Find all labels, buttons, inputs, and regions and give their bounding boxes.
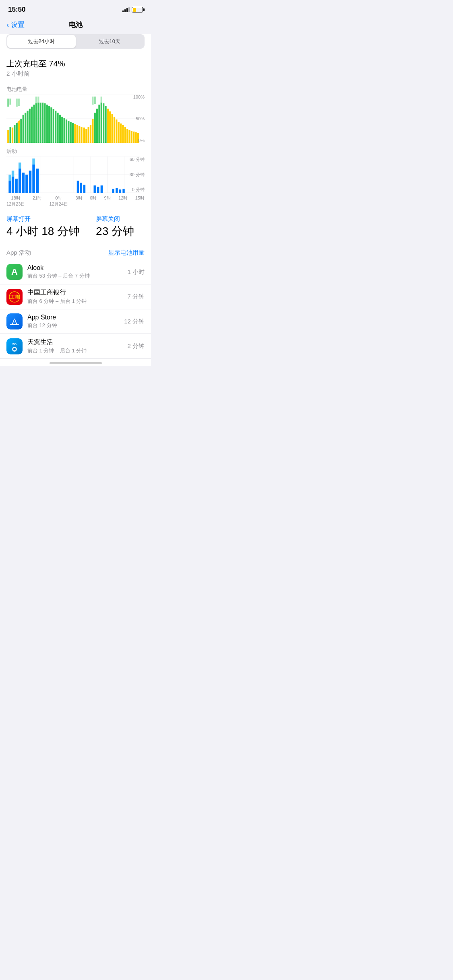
svg-text:5G: 5G xyxy=(12,342,17,346)
svg-rect-96 xyxy=(36,169,39,193)
battery-icon xyxy=(132,7,143,12)
status-icons xyxy=(122,7,143,12)
tianyi-info: 天翼生活 前台 1 分钟 – 后台 1 分钟 xyxy=(27,338,122,354)
svg-rect-88 xyxy=(15,179,17,193)
svg-rect-37 xyxy=(66,119,67,143)
svg-rect-18 xyxy=(29,109,31,143)
app-row-icbc[interactable]: 工商 中国工商银行 前台 6 分钟 – 后台 1 分钟 7 分钟 xyxy=(0,284,151,309)
appstore-icon: A xyxy=(6,313,23,329)
show-usage-button[interactable]: 显示电池用量 xyxy=(108,249,145,257)
tianyi-detail: 前台 1 分钟 – 后台 1 分钟 xyxy=(27,347,122,354)
svg-rect-103 xyxy=(112,189,114,193)
alook-icon: A xyxy=(6,264,23,280)
screen-on-time: 4 小时 18 分钟 xyxy=(6,224,80,239)
tab-24h[interactable]: 过去24小时 xyxy=(7,35,76,48)
svg-rect-39 xyxy=(70,122,72,143)
tianyi-icon: 5G xyxy=(6,338,23,354)
svg-rect-16 xyxy=(25,113,26,143)
appstore-name: App Store xyxy=(27,314,119,321)
battery-chart-section: 电池电量 100% 50% 0% xyxy=(0,82,151,144)
main-content: 过去24小时 过去10天 上次充电至 74% 2 小时前 电池电量 100% 5… xyxy=(0,34,151,366)
nav-title: 电池 xyxy=(69,20,83,29)
tianyi-usage: 2 分钟 xyxy=(127,342,145,350)
screen-off-time: 23 分钟 xyxy=(96,224,134,239)
tab-10d[interactable]: 过去10天 xyxy=(76,35,144,48)
svg-rect-11 xyxy=(16,99,18,107)
svg-rect-6 xyxy=(10,127,11,143)
back-chevron-icon: ‹ xyxy=(6,21,9,29)
svg-rect-30 xyxy=(50,107,52,143)
y-label-0: 0% xyxy=(138,138,145,143)
status-time: 15:50 xyxy=(8,6,25,14)
appstore-usage: 12 分钟 xyxy=(124,318,145,325)
svg-rect-4 xyxy=(7,130,9,143)
back-button[interactable]: ‹ 设置 xyxy=(6,20,25,29)
activity-y-30: 30 分钟 xyxy=(130,172,145,178)
svg-rect-85 xyxy=(8,175,11,181)
svg-rect-95 xyxy=(32,159,35,165)
x-label-18: 18时 12月23日 xyxy=(6,195,25,207)
svg-rect-41 xyxy=(74,124,76,143)
svg-rect-55 xyxy=(101,103,102,143)
svg-rect-58 xyxy=(105,106,106,143)
svg-rect-91 xyxy=(22,173,25,193)
svg-rect-45 xyxy=(83,128,85,143)
y-label-100: 100% xyxy=(133,95,145,99)
svg-rect-89 xyxy=(19,169,21,193)
svg-rect-9 xyxy=(14,125,15,143)
back-label: 设置 xyxy=(11,20,25,29)
svg-rect-47 xyxy=(88,127,89,143)
svg-rect-42 xyxy=(77,125,78,143)
tianyi-name: 天翼生活 xyxy=(27,338,122,346)
svg-rect-23 xyxy=(35,97,37,104)
svg-rect-5 xyxy=(7,99,9,107)
alook-info: Alook 前台 53 分钟 – 后台 7 分钟 xyxy=(27,264,122,280)
screen-off-usage: 屏幕关闭 23 分钟 xyxy=(96,215,134,239)
time-range-segment[interactable]: 过去24小时 过去10天 xyxy=(6,34,145,49)
svg-rect-87 xyxy=(12,171,14,177)
activity-y-60: 60 分钟 xyxy=(130,156,145,163)
x-label-15: 15时 xyxy=(135,195,145,207)
svg-rect-24 xyxy=(37,97,39,103)
battery-chart-container: 100% 50% 0% xyxy=(6,95,145,144)
svg-rect-32 xyxy=(55,111,56,143)
svg-text:⚡: ⚡ xyxy=(16,119,21,125)
svg-point-116 xyxy=(13,348,16,350)
svg-rect-59 xyxy=(107,109,109,143)
app-row-tianyi[interactable]: 5G 天翼生活 前台 1 分钟 – 后台 1 分钟 2 分钟 xyxy=(0,334,151,359)
alook-name: Alook xyxy=(27,264,122,272)
svg-rect-56 xyxy=(101,97,102,103)
status-bar: 15:50 xyxy=(0,0,151,17)
svg-rect-94 xyxy=(32,165,35,193)
svg-rect-64 xyxy=(118,122,120,143)
svg-rect-52 xyxy=(94,97,96,104)
app-row-alook[interactable]: A Alook 前台 53 分钟 – 后台 7 分钟 1 小时 xyxy=(0,260,151,284)
svg-rect-57 xyxy=(103,103,104,143)
app-activity-header: App 活动 显示电池用量 xyxy=(0,244,151,260)
svg-rect-60 xyxy=(109,111,111,143)
x-axis-labels: 18时 12月23日 21时 0时 12月24日 3时 6时 9时 12时 xyxy=(6,194,145,209)
svg-rect-62 xyxy=(114,117,115,143)
svg-rect-22 xyxy=(37,103,39,143)
svg-rect-34 xyxy=(59,115,61,143)
svg-rect-97 xyxy=(77,181,79,193)
svg-rect-31 xyxy=(53,109,54,143)
svg-rect-84 xyxy=(8,181,11,193)
x-label-12: 12时 xyxy=(118,195,128,207)
svg-rect-49 xyxy=(92,119,93,143)
svg-rect-67 xyxy=(124,127,126,143)
app-activity-label: App 活动 xyxy=(6,249,31,257)
icbc-name: 中国工商银行 xyxy=(27,288,122,297)
screen-usage: 屏幕打开 4 小时 18 分钟 屏幕关闭 23 分钟 xyxy=(0,209,151,244)
svg-rect-35 xyxy=(61,117,63,143)
time-ago: 2 小时前 xyxy=(6,70,145,78)
svg-rect-26 xyxy=(42,103,43,143)
svg-rect-93 xyxy=(29,171,31,193)
app-row-appstore[interactable]: A App Store 前台 12 分钟 12 分钟 xyxy=(0,309,151,334)
icbc-detail: 前台 6 分钟 – 后台 1 分钟 xyxy=(27,298,122,305)
svg-rect-48 xyxy=(90,125,91,143)
svg-rect-44 xyxy=(81,127,82,143)
appstore-detail: 前台 12 分钟 xyxy=(27,322,119,329)
svg-rect-43 xyxy=(79,126,80,143)
svg-rect-99 xyxy=(83,185,85,193)
